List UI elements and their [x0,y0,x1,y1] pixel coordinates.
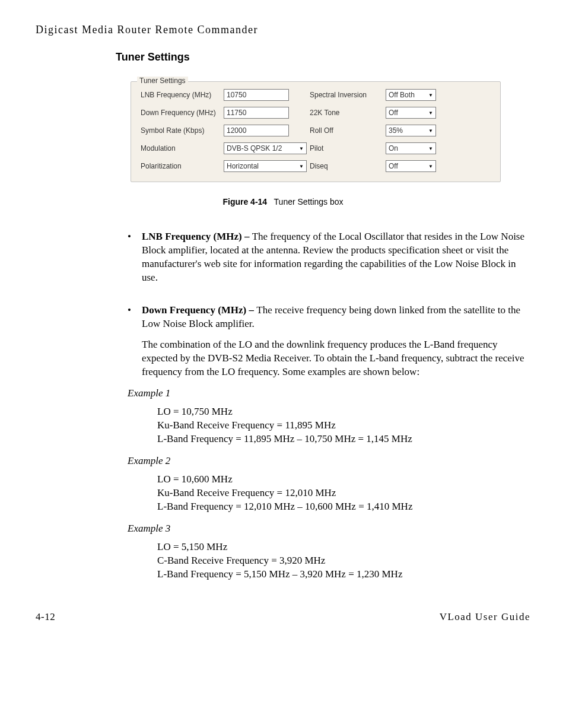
example-1-title: Example 1 [128,387,530,400]
select-value: 35% [389,126,403,135]
lnb-frequency-label: LNB Frequency (MHz) [141,91,224,99]
setting-row: Polaritization Horizontal ▼ Diseq Off ▼ [141,160,491,172]
setting-row: Down Frequency (MHz) 11750 22K Tone Off … [141,107,491,119]
select-value: Horizontal [227,162,259,170]
example-2-title: Example 2 [128,454,530,468]
symbol-rate-label: Symbol Rate (Kbps) [141,126,224,135]
chevron-down-icon: ▼ [299,146,304,151]
chevron-down-icon: ▼ [428,93,433,98]
example-line: Ku-Band Receive Frequency = 12,010 MHz [157,487,530,500]
chevron-down-icon: ▼ [428,146,433,151]
example-line: L-Band Frequency = 11,895 MHz – 10,750 M… [157,433,530,446]
figure-text: Tuner Settings box [274,197,344,206]
spectral-inversion-label: Spectral Inversion [310,91,386,99]
select-value: Off Both [389,91,415,99]
modulation-select[interactable]: DVB-S QPSK 1/2 ▼ [224,142,307,154]
polaritization-select[interactable]: Horizontal ▼ [224,160,307,172]
polaritization-label: Polaritization [141,162,224,170]
example-line: L-Band Frequency = 12,010 MHz – 10,600 M… [157,500,530,514]
pilot-label: Pilot [310,144,386,152]
tone-22k-select[interactable]: Off ▼ [386,107,436,119]
setting-row: Modulation DVB-S QPSK 1/2 ▼ Pilot On ▼ [141,142,491,154]
select-value: On [389,144,398,152]
page-header: Digicast Media Router Remote Commander [36,24,530,36]
example-line: Ku-Band Receive Frequency = 11,895 MHz [157,419,530,433]
symbol-rate-input[interactable]: 12000 [224,125,289,136]
bullet-lnb: • LNB Frequency (MHz) – The frequency of… [128,230,530,285]
diseq-select[interactable]: Off ▼ [386,160,436,172]
lnb-frequency-input[interactable]: 10750 [224,89,289,101]
chevron-down-icon: ▼ [428,128,433,133]
body-text: • LNB Frequency (MHz) – The frequency of… [128,230,530,581]
example-line: L-Band Frequency = 5,150 MHz – 3,920 MHz… [157,568,530,581]
setting-row: LNB Frequency (MHz) 10750 Spectral Inver… [141,89,491,101]
setting-row: Symbol Rate (Kbps) 12000 Roll Off 35% ▼ [141,125,491,136]
roll-off-label: Roll Off [310,126,386,135]
select-value: DVB-S QPSK 1/2 [227,144,282,152]
section-title: Tuner Settings [116,51,530,63]
example-line: C-Band Receive Frequency = 3,920 MHz [157,554,530,568]
pilot-select[interactable]: On ▼ [386,142,436,154]
bullet-dot-icon: • [128,304,142,331]
modulation-label: Modulation [141,144,224,152]
tuner-settings-panel: Tuner Settings LNB Frequency (MHz) 10750… [131,81,501,182]
bullet-dot-icon: • [128,230,142,285]
example-line: LO = 10,600 MHz [157,473,530,487]
down-frequency-input[interactable]: 11750 [224,107,289,119]
bullet-down: • Down Frequency (MHz) – The receive fre… [128,304,530,331]
example-2-lines: LO = 10,600 MHz Ku-Band Receive Frequenc… [157,473,530,514]
combination-paragraph: The combination of the LO and the downli… [142,338,530,379]
page-number: 4-12 [36,611,55,623]
panel-legend: Tuner Settings [137,77,188,85]
bullet-term: LNB Frequency (MHz) – [142,231,252,242]
tone-22k-label: 22K Tone [310,109,386,117]
spectral-inversion-select[interactable]: Off Both ▼ [386,89,436,101]
down-frequency-label: Down Frequency (MHz) [141,109,224,117]
example-line: LO = 5,150 MHz [157,541,530,554]
example-3-title: Example 3 [128,522,530,536]
chevron-down-icon: ▼ [428,164,433,169]
diseq-label: Diseq [310,162,386,170]
page-footer: 4-12 VLoad User Guide [36,611,530,623]
chevron-down-icon: ▼ [299,164,304,169]
roll-off-select[interactable]: 35% ▼ [386,125,436,136]
figure-label: Figure 4-14 [222,197,267,206]
example-1-lines: LO = 10,750 MHz Ku-Band Receive Frequenc… [157,405,530,446]
guide-name: VLoad User Guide [440,611,530,623]
figure-caption: Figure 4-14 Tuner Settings box [36,197,530,206]
example-line: LO = 10,750 MHz [157,405,530,419]
chevron-down-icon: ▼ [428,110,433,116]
example-3-lines: LO = 5,150 MHz C-Band Receive Frequency … [157,541,530,581]
bullet-term: Down Frequency (MHz) – [142,304,256,316]
select-value: Off [389,162,398,170]
select-value: Off [389,109,398,117]
